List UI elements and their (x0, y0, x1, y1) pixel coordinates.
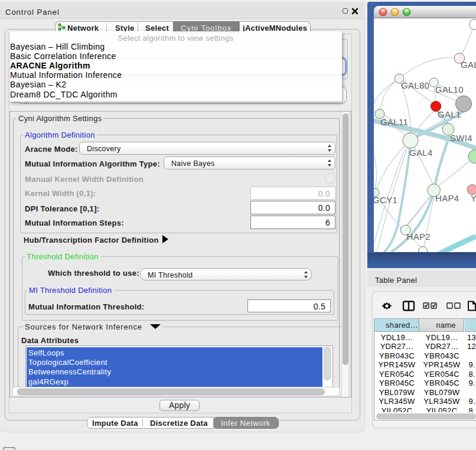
svg-text:HAP4: HAP4 (435, 193, 459, 203)
svg-text:HAP2: HAP2 (407, 231, 431, 242)
svg-text:GAL4: GAL4 (409, 148, 433, 158)
svg-text:Y: Y (471, 193, 476, 203)
svg-text:SWI4: SWI4 (450, 133, 472, 143)
svg-text:GCY1: GCY1 (374, 195, 397, 205)
svg-text:GAL1: GAL1 (438, 109, 461, 119)
svg-text:GAL80: GAL80 (401, 80, 429, 90)
svg-text:GAL7: GAL7 (461, 60, 476, 70)
svg-text:GAL10: GAL10 (435, 84, 464, 94)
svg-text:GAL11: GAL11 (380, 117, 408, 127)
